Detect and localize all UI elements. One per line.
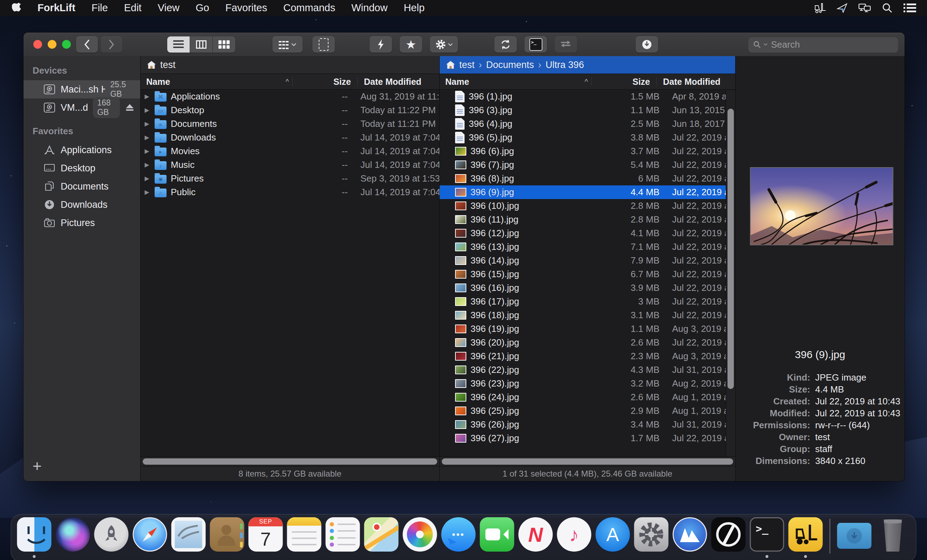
menu-go[interactable]: Go	[188, 2, 217, 14]
table-row[interactable]: 396 (24).jpg2.6 MBAug 1, 2019 at 12:5	[440, 390, 735, 404]
favorites-star-button[interactable]: ★	[400, 36, 422, 53]
table-row[interactable]: 396 (4).jpg2.5 MBJun 18, 2017 at 3:2	[440, 117, 735, 131]
quick-look-button[interactable]	[369, 36, 392, 53]
dock-icon-news[interactable]: N	[518, 517, 553, 558]
terminal-button[interactable]: >_	[524, 36, 547, 53]
dock-icon-terminal[interactable]: >_	[749, 517, 785, 558]
dock-icon-calendar[interactable]: SEP7	[248, 517, 283, 558]
table-row[interactable]: 396 (22).jpg4.3 MBJul 31, 2019 at 1:3	[440, 363, 735, 377]
right-pane-path-bar[interactable]: test›Documents›Ultra 396	[440, 56, 735, 74]
table-row[interactable]: 396 (17).jpg3 MBJul 22, 2019 at 10:4	[440, 295, 735, 308]
menu-commands[interactable]: Commands	[275, 2, 343, 14]
eject-icon[interactable]	[125, 101, 135, 114]
dock-icon-forklift[interactable]	[788, 517, 823, 558]
table-row[interactable]: 396 (1).jpg1.5 MBApr 8, 2019 at 6:20	[440, 90, 735, 103]
dock-icon-maps[interactable]	[364, 517, 399, 558]
table-row[interactable]: ▶↓Downloads--Jul 14, 2019 at 7:04…	[141, 131, 439, 144]
breadcrumb-segment[interactable]: test	[459, 59, 475, 70]
column-header-size[interactable]: Size	[292, 77, 357, 86]
sidebar-item-desktop[interactable]: Desktop	[23, 159, 140, 177]
column-header-size[interactable]: Size	[591, 77, 656, 86]
dock-icon-mail[interactable]	[171, 517, 206, 558]
forward-button[interactable]	[100, 36, 122, 53]
right-pane-hscrollbar[interactable]	[440, 457, 735, 466]
zoom-button[interactable]	[62, 40, 71, 49]
disclosure-triangle[interactable]: ▶	[143, 93, 150, 100]
dock-icon-photos[interactable]	[403, 517, 438, 558]
breadcrumb-segment[interactable]: Ultra 396	[546, 59, 584, 70]
disclosure-triangle[interactable]: ▶	[143, 106, 150, 114]
list-view-button[interactable]	[167, 36, 190, 53]
table-row[interactable]: 396 (18).jpg3.1 MBJul 22, 2019 at 10:4	[440, 308, 735, 322]
dock-icon-downloads-folder[interactable]	[837, 517, 872, 558]
column-header-name[interactable]: Name ^	[141, 77, 292, 87]
dock-icon-launchpad[interactable]	[94, 517, 129, 558]
table-row[interactable]: ▶◉Pictures--Sep 3, 2019 at 1:53…	[141, 172, 439, 185]
sidebar-item-applications[interactable]: Applications	[23, 141, 140, 159]
displays-icon[interactable]	[858, 2, 872, 14]
table-row[interactable]: 396 (16).jpg3.9 MBJul 22, 2019 at 10:4	[440, 281, 735, 295]
dock-icon-messages[interactable]: •••	[441, 517, 476, 558]
send-cursor-icon[interactable]	[836, 2, 849, 14]
forklift-menu-icon[interactable]	[813, 2, 827, 14]
table-row[interactable]: ▶⌂Public--Jul 14, 2019 at 7:04…	[141, 185, 439, 199]
table-row[interactable]: 396 (13).jpg7.1 MBJul 22, 2019 at 10:4	[440, 240, 735, 254]
dock-icon-facetime[interactable]	[480, 517, 515, 558]
menu-view[interactable]: View	[150, 2, 188, 14]
table-row[interactable]: 396 (8).jpg6 MBJul 22, 2019 at 10:4	[440, 172, 735, 185]
table-row[interactable]: 396 (27).jpg1.7 MBJul 22, 2019 at 3:3	[440, 431, 735, 445]
sidebar-device-maci-sh-hd[interactable]: Maci...sh HD25.5 GB	[23, 80, 140, 99]
menu-window[interactable]: Window	[343, 2, 395, 14]
disclosure-triangle[interactable]: ▶	[143, 161, 150, 168]
sidebar-item-documents[interactable]: Documents	[23, 177, 140, 196]
sidebar-item-pictures[interactable]: Pictures	[23, 214, 140, 232]
dock-icon-siri[interactable]	[55, 517, 90, 558]
dock-icon-safari[interactable]	[132, 517, 167, 558]
table-row[interactable]: 396 (23).jpg3.2 MBAug 2, 2019 at 11:3	[440, 377, 735, 390]
dock-icon-app-cleaner[interactable]	[672, 517, 708, 558]
sync-button[interactable]	[494, 36, 517, 53]
left-pane-path-bar[interactable]: test	[141, 56, 439, 74]
dock-icon-system-preferences[interactable]	[634, 517, 669, 558]
table-row[interactable]: 396 (20).jpg2.6 MBJul 22, 2019 at 3:3	[440, 336, 735, 349]
minimize-button[interactable]	[48, 40, 56, 49]
breadcrumb-segment[interactable]: Documents	[486, 59, 534, 70]
column-view-button[interactable]	[190, 36, 213, 53]
notification-list-icon[interactable]	[903, 2, 916, 14]
dock-icon-pd-runner[interactable]	[711, 517, 746, 558]
table-row[interactable]: 396 (5).jpg3.8 MBJul 22, 2019 at 10:4	[440, 131, 735, 144]
disclosure-triangle[interactable]: ▶	[143, 188, 150, 196]
table-row[interactable]: ▶≡Documents--Today at 11:21 PM	[141, 117, 439, 131]
menu-file[interactable]: File	[84, 2, 116, 14]
menu-favorites[interactable]: Favorites	[217, 2, 275, 14]
sidebar-device-vm-ders[interactable]: VM...ders168 GB	[23, 99, 140, 117]
dock-icon-contacts[interactable]	[210, 517, 245, 558]
left-pane-hscrollbar[interactable]	[141, 457, 439, 466]
table-row[interactable]: 396 (3).jpg1.1 MBJun 13, 2015 at 9:1	[440, 103, 735, 117]
column-header-name[interactable]: Name ^	[440, 77, 591, 87]
right-pane-vscrollbar[interactable]	[726, 90, 735, 457]
dock-icon-trash[interactable]	[875, 517, 910, 558]
icon-view-button[interactable]	[213, 36, 235, 53]
sidebar-add-button[interactable]: +	[23, 457, 140, 481]
column-header-date[interactable]: Date Modified	[357, 77, 439, 86]
table-row[interactable]: 396 (11).jpg2.8 MBJul 22, 2019 at 10:4	[440, 213, 735, 226]
disclosure-triangle[interactable]: ▶	[143, 147, 150, 155]
table-row[interactable]: 396 (6).jpg3.7 MBJul 22, 2019 at 10:4	[440, 144, 735, 158]
spotlight-search-icon[interactable]	[881, 2, 894, 14]
close-button[interactable]	[33, 40, 42, 49]
search-field[interactable]	[748, 36, 898, 53]
table-row[interactable]: 396 (25).jpg2.9 MBAug 1, 2019 at 12:5	[440, 404, 735, 418]
disclosure-triangle[interactable]: ▶	[143, 120, 150, 127]
table-row[interactable]: 396 (12).jpg4.1 MBJul 22, 2019 at 10:4	[440, 226, 735, 240]
column-header-date[interactable]: Date Modified	[656, 77, 735, 86]
table-row[interactable]: 396 (14).jpg7.9 MBJul 22, 2019 at 10:4	[440, 254, 735, 267]
dock-icon-appstore[interactable]: A	[595, 517, 631, 558]
table-row[interactable]: ▶▭Desktop--Today at 11:22 PM	[141, 103, 439, 117]
table-row[interactable]: 396 (15).jpg6.7 MBJul 22, 2019 at 10:4	[440, 267, 735, 281]
sidebar-item-downloads[interactable]: Downloads	[23, 196, 140, 214]
dock-icon-finder[interactable]	[17, 517, 52, 558]
menu-forklift[interactable]: ForkLift	[29, 2, 84, 14]
table-row[interactable]: 396 (9).jpg4.4 MBJul 22, 2019 at 10:4	[440, 185, 735, 199]
table-row[interactable]: 396 (10).jpg2.8 MBJul 22, 2019 at 10:4	[440, 199, 735, 213]
